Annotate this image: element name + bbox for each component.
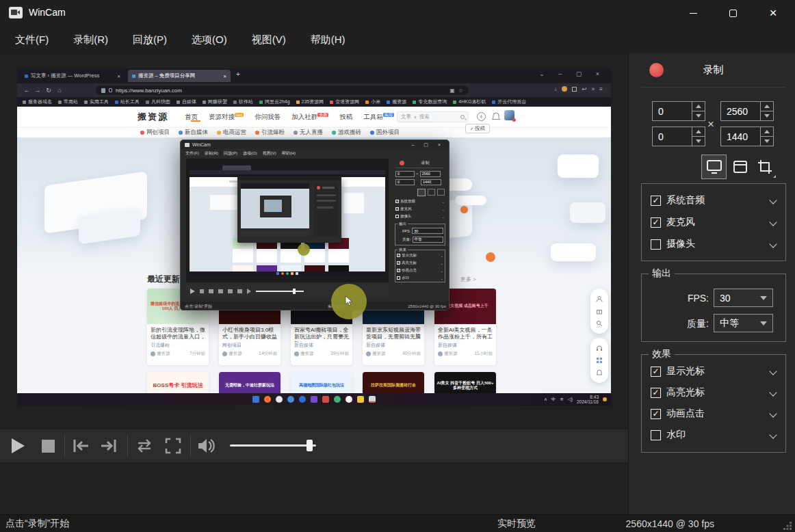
capture-mode-window-button[interactable] <box>730 157 751 176</box>
taskbar-wechat-icon <box>334 396 341 403</box>
taskbar-clock: 8:432024/11/16 <box>577 395 599 404</box>
capture-height-value[interactable]: 1440 <box>721 127 760 146</box>
tray-ime-icon: 中 <box>551 397 556 403</box>
spin-down-icon[interactable] <box>761 111 773 120</box>
chevron-down-icon[interactable] <box>769 388 777 396</box>
capture-y-spinner[interactable]: 0 <box>652 127 705 146</box>
checkbox-checked[interactable]: ✓ <box>651 388 661 398</box>
subnav-item: 引流爆粉 <box>255 129 285 137</box>
bookmark-item: 网赚联盟 <box>203 98 227 105</box>
chevron-down-icon[interactable] <box>769 367 777 375</box>
checkbox-checked[interactable]: ✓ <box>651 217 661 228</box>
tray-chevron-icon: ∧ <box>544 397 547 402</box>
site-menu-group: 加入社群免费 <box>291 113 328 122</box>
stop-button[interactable] <box>37 429 59 462</box>
mini-window-title: WinCam <box>192 142 211 147</box>
bookmark-item: 开云代理后台 <box>492 98 526 105</box>
checkbox-unchecked[interactable] <box>651 430 661 440</box>
spin-up-icon[interactable] <box>692 102 705 111</box>
app-menu-icon: ≡ <box>599 85 603 92</box>
skip-to-end-button[interactable] <box>98 429 120 462</box>
mini-titlebar: WinCam – ▢ × <box>181 140 449 149</box>
mini-window-mode <box>428 189 435 196</box>
bookmark-item: 软件站 <box>233 98 253 105</box>
volume-slider[interactable] <box>230 444 316 447</box>
menu-help[interactable]: 帮助(H) <box>307 31 350 49</box>
menu-file[interactable]: 文件(F) <box>11 31 53 49</box>
capture-width-spinner[interactable]: 2560 <box>720 101 774 121</box>
times-symbol: × <box>707 118 714 131</box>
site-side-widget <box>590 338 608 383</box>
card-title: 百家号AI搬砖项目，全新玩法出炉，只需要无脑搬运，… <box>291 324 352 342</box>
record-button[interactable]: 录制 <box>629 53 795 87</box>
playback-bar <box>0 429 628 462</box>
quality-select[interactable]: 中等 <box>714 314 773 332</box>
menu-playback[interactable]: 回放(P) <box>129 31 171 49</box>
plus-circle-icon: + <box>477 112 486 121</box>
card-meta: 搬资源39分钟前 <box>291 349 352 359</box>
effect-watermark[interactable]: 水印 <box>651 427 780 443</box>
divider <box>190 435 191 457</box>
chevron-down-icon[interactable] <box>769 196 777 204</box>
chevron-down-icon[interactable] <box>769 410 777 417</box>
menu-record[interactable]: 录制(R) <box>69 31 112 49</box>
checkbox-unchecked[interactable] <box>651 239 661 250</box>
spin-down-icon[interactable] <box>761 136 773 146</box>
subnav-item: 电商运营 <box>217 129 246 137</box>
skip-to-start-button[interactable] <box>70 429 92 462</box>
chevron-down-icon[interactable] <box>769 218 777 226</box>
effect-label: 高亮光标 <box>666 386 765 399</box>
chevron-down-icon[interactable] <box>769 240 777 248</box>
spin-up-icon[interactable] <box>761 127 773 136</box>
capture-x-spinner[interactable]: 0 <box>652 101 705 121</box>
checkbox-checked[interactable]: ✓ <box>651 196 661 206</box>
output-group: 输出 FPS: 30 质量: 中等 <box>641 274 786 342</box>
source-webcam[interactable]: 摄像头 <box>651 236 780 252</box>
volume-button[interactable] <box>196 429 219 462</box>
undo-icon: ↩ <box>582 85 586 92</box>
source-microphone[interactable]: ✓ 麦克风 <box>651 214 780 230</box>
fullscreen-button[interactable] <box>161 429 185 462</box>
capture-mode-monitor-button[interactable] <box>701 155 727 179</box>
search-icon <box>460 115 465 119</box>
bookmark-item: 235资源网 <box>296 98 324 105</box>
resize-grip[interactable] <box>783 522 785 524</box>
quality-label: 质量: <box>642 318 709 330</box>
bell-icon <box>596 369 603 376</box>
dropdown-caret-icon <box>773 172 776 178</box>
util-badge: 实用 <box>383 113 394 117</box>
effect-animate-clicks[interactable]: ✓ 动画点击 <box>651 405 780 422</box>
divider <box>641 87 786 88</box>
fps-select[interactable]: 30 <box>714 289 773 307</box>
mini-click-highlight <box>298 243 310 256</box>
checkbox-checked[interactable]: ✓ <box>651 409 661 419</box>
spin-down-icon[interactable] <box>692 136 705 146</box>
minimize-button[interactable] <box>677 1 709 25</box>
spin-up-icon[interactable] <box>761 102 773 111</box>
play-button[interactable] <box>7 429 29 462</box>
capture-x-value[interactable]: 0 <box>653 102 692 120</box>
capture-width-value[interactable]: 2560 <box>721 102 760 120</box>
capture-y-value[interactable]: 0 <box>653 127 692 146</box>
loop-button[interactable] <box>133 429 156 462</box>
spin-up-icon[interactable] <box>692 127 705 136</box>
capture-height-spinner[interactable]: 1440 <box>720 127 774 146</box>
chevron-down-icon[interactable] <box>769 431 777 438</box>
bookmark-item: 实用工具 <box>84 98 109 105</box>
effect-show-cursor[interactable]: ✓ 显示光标 <box>651 363 780 380</box>
close-button[interactable]: × <box>757 1 789 25</box>
volume-slider-handle[interactable] <box>307 440 313 451</box>
menu-view[interactable]: 视图(V) <box>248 31 290 49</box>
source-system-audio[interactable]: ✓ 系统音频 <box>651 192 780 209</box>
maximize-button[interactable] <box>717 1 748 25</box>
record-dot-icon <box>649 63 664 77</box>
capture-mode-region-button[interactable] <box>754 156 776 178</box>
effect-highlight-cursor[interactable]: ✓ 高亮光标 <box>651 384 780 401</box>
checkbox-checked[interactable]: ✓ <box>651 367 661 377</box>
tab-close-icon: × <box>118 73 120 79</box>
menu-options[interactable]: 选项(O) <box>187 31 231 49</box>
spin-down-icon[interactable] <box>692 111 705 120</box>
live-preview-screenshot: 写文章 ‹ 搬资源 — WordPress × 搬资源 – 免费项目分享网 × … <box>17 68 611 405</box>
download-icon: ↓ <box>554 85 557 92</box>
taskbar-windows-icon <box>252 396 259 403</box>
